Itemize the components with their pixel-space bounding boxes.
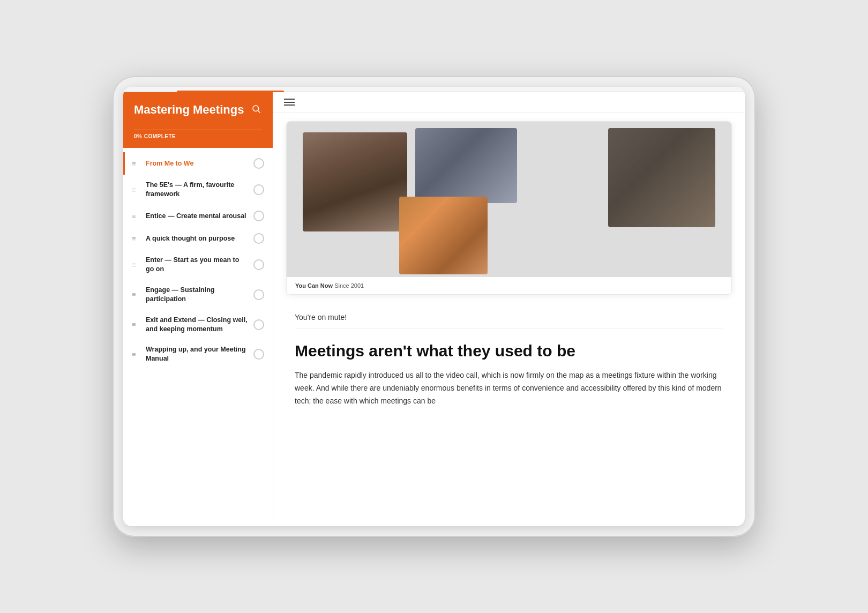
nav-item-label-5es-framework: The 5E's — A firm, favourite framework (146, 181, 248, 199)
main-content[interactable]: You Can Now Since 2001 You're on mute! M… (273, 92, 745, 526)
sidebar-header: Mastering Meetings 0% COMPLETE (123, 92, 273, 148)
drag-icon: ≡ (132, 290, 140, 298)
completion-circle-exit-extend (253, 319, 264, 330)
completion-circle-5es-framework (253, 184, 264, 195)
drag-icon: ≡ (132, 212, 140, 220)
completion-circle-quick-thought (253, 233, 264, 244)
app-body: Mastering Meetings 0% COMPLETE ≡From Me … (123, 92, 745, 526)
course-title: Mastering Meetings (134, 103, 262, 117)
drag-icon: ≡ (132, 261, 140, 269)
drag-icon: ≡ (132, 320, 140, 328)
hero-image-collage (287, 122, 731, 277)
photo-placeholder-2 (415, 128, 517, 203)
svg-point-0 (253, 106, 259, 111)
search-icon (251, 104, 261, 114)
progress-line (134, 130, 262, 130)
hamburger-line-1 (284, 99, 295, 100)
svg-line-1 (258, 110, 260, 113)
photo-placeholder-3 (608, 128, 715, 227)
sidebar-item-enter[interactable]: ≡Enter — Start as you mean to go on (123, 250, 273, 280)
menu-icon[interactable] (284, 99, 295, 106)
collage-photo-2 (415, 128, 517, 203)
sidebar-item-exit-extend[interactable]: ≡Exit and Extend — Closing well, and kee… (123, 310, 273, 340)
mute-label: You're on mute! (295, 308, 723, 328)
photo-placeholder-4 (399, 197, 488, 274)
drag-icon: ≡ (132, 235, 140, 243)
sidebar-item-entice[interactable]: ≡Entice — Create mental arousal (123, 205, 273, 227)
nav-item-label-wrapping-up: Wrapping up, and your Meeting Manual (146, 345, 248, 363)
photo-placeholder-1 (303, 132, 407, 231)
collage-photo-3 (608, 128, 715, 227)
browser-top-bar (123, 87, 745, 92)
completion-circle-enter (253, 259, 264, 270)
completion-circle-wrapping-up (253, 349, 264, 360)
nav-item-label-entice: Entice — Create mental arousal (146, 212, 248, 221)
nav-item-label-engage: Engage — Sustaining participation (146, 286, 248, 304)
caption-brand: You Can Now (295, 282, 333, 289)
nav-item-label-from-me-to-we: From Me to We (146, 159, 248, 168)
collage-photo-1 (303, 132, 407, 231)
drag-icon: ≡ (132, 186, 140, 194)
article-title: Meetings aren't what they used to be (295, 341, 723, 361)
hamburger-line-2 (284, 102, 295, 103)
nav-item-label-enter: Enter — Start as you mean to go on (146, 256, 248, 274)
sidebar-item-wrapping-up[interactable]: ≡Wrapping up, and your Meeting Manual (123, 339, 273, 369)
sidebar: Mastering Meetings 0% COMPLETE ≡From Me … (123, 92, 273, 526)
nav-item-label-quick-thought: A quick thought on purpose (146, 234, 248, 243)
sidebar-item-engage[interactable]: ≡Engage — Sustaining participation (123, 280, 273, 310)
hero-image-card: You Can Now Since 2001 (286, 121, 732, 295)
drag-icon: ≡ (132, 350, 140, 358)
caption-text: Since 2001 (334, 282, 364, 289)
collage-photo-4 (399, 197, 488, 274)
search-button[interactable] (249, 102, 263, 116)
progress-bar-container: 0% COMPLETE (134, 130, 262, 139)
drag-icon: ≡ (132, 160, 140, 168)
sidebar-item-from-me-to-we[interactable]: ≡From Me to We (123, 152, 273, 175)
completion-circle-from-me-to-we (253, 158, 264, 169)
sidebar-item-quick-thought[interactable]: ≡A quick thought on purpose (123, 227, 273, 250)
browser-window: Mastering Meetings 0% COMPLETE ≡From Me … (123, 87, 745, 526)
hamburger-line-3 (284, 104, 295, 106)
sidebar-nav: ≡From Me to We≡The 5E's — A firm, favour… (123, 148, 273, 526)
hero-caption: You Can Now Since 2001 (287, 277, 731, 294)
content-area: You Can Now Since 2001 You're on mute! M… (273, 113, 745, 526)
device-frame: Mastering Meetings 0% COMPLETE ≡From Me … (113, 76, 755, 537)
sidebar-item-5es-framework[interactable]: ≡The 5E's — A firm, favourite framework (123, 175, 273, 205)
completion-circle-entice (253, 211, 264, 221)
nav-item-label-exit-extend: Exit and Extend — Closing well, and keep… (146, 316, 248, 334)
article-body: The pandemic rapidly introduced us all t… (295, 369, 723, 407)
main-header (273, 92, 745, 113)
content-text-area: You're on mute! Meetings aren't what the… (273, 303, 745, 420)
completion-circle-engage (253, 289, 264, 300)
progress-label: 0% COMPLETE (134, 133, 262, 139)
